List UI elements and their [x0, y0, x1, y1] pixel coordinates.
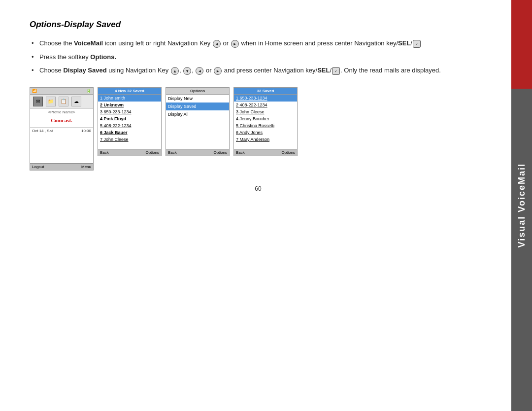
screen-3: Options Display New Display Saved Displa… — [166, 87, 230, 156]
screen3-list: Display New Display Saved Display All — [166, 95, 229, 118]
screen2-item-7: 7 John Cleese — [98, 136, 161, 143]
screen1-battery: 🔋 — [86, 89, 91, 93]
screen1-footer: Logout Menu — [30, 163, 93, 170]
bullet-item-3: Choose Display Saved using Navigation Ke… — [30, 66, 487, 75]
screen1-signal: 📶 — [32, 89, 37, 93]
screen1-footer-right: Menu — [81, 165, 91, 169]
screen2-footer-right: Options — [145, 150, 159, 155]
main-content: Options-Display Saved Choose the VoiceMa… — [0, 0, 511, 212]
nav-right-icon: ► — [231, 40, 239, 48]
screen3-footer-right: Options — [213, 150, 227, 155]
screen1-icons: ✉ 📁 📋 ☁ — [30, 95, 93, 109]
screen1-body: <Profile Name> Comcast. Oct 14 , Sat 10:… — [30, 109, 93, 163]
screen4-item-2: 2 408-222-1234 — [234, 102, 297, 108]
profile-name: <Profile Name> — [30, 109, 93, 115]
time-text: 10:00 — [81, 129, 91, 133]
page-title: Options-Display Saved — [30, 20, 487, 30]
screen1-footer-left: Logout — [32, 165, 44, 169]
screen4-header: 32 Saved — [234, 88, 297, 95]
sel2-text: SEL — [317, 67, 330, 74]
screen2-item-3: 3 650-233-1234 — [98, 108, 161, 115]
sidebar-accent — [511, 0, 532, 89]
screen2-item-2: 2 Unknown — [98, 102, 161, 108]
comcast-logo: Comcast. — [30, 115, 93, 125]
sel-text: SEL — [398, 39, 410, 47]
screen4-item-5: 5 Christina Rossetti — [234, 122, 297, 129]
screen4-footer-right: Options — [281, 150, 295, 155]
screen3-body: Display New Display Saved Display All — [166, 95, 229, 149]
screen2-list: 1 John smith 2 Unknown 3 650-233-1234 4 … — [98, 95, 161, 143]
bullet-item-1: Choose the VoiceMail icon using left or … — [30, 38, 487, 48]
screen1-header: 📶 🔋 — [30, 88, 93, 95]
screen2-item-1: 1 John smith — [98, 95, 161, 102]
screen-2: 4 New 32 Saved 1 John smith 2 Unknown 3 … — [98, 87, 162, 156]
screen4-body: 1 650-233-1234 2 408-222-1234 3 John Cle… — [234, 95, 297, 149]
nav-up-icon: ▲ — [171, 67, 179, 75]
bullet-item-2: Press the softkey Options. — [30, 52, 487, 62]
screen4-item-7: 7 Mary Anderson — [234, 136, 297, 143]
options-bold: Options. — [90, 53, 116, 61]
screen2-item-4: 4 Pink Floyd — [98, 115, 161, 122]
icon-doc: 📋 — [59, 97, 68, 106]
bullet-list: Choose the VoiceMail icon using left or … — [30, 38, 487, 75]
screen4-item-1: 1 650-233-1234 — [234, 95, 297, 102]
nav-left-icon: ◄ — [213, 40, 221, 48]
screen3-item-display-all: Display All — [166, 110, 229, 118]
screens-container: 📶 🔋 ✉ 📁 📋 ☁ <Profile Name> Comcast. Oct … — [30, 87, 487, 171]
sel2-icon: ✓ — [332, 67, 340, 75]
screen3-item-display-saved: Display Saved — [166, 103, 229, 110]
screen3-footer: Back Options — [166, 149, 229, 156]
nav-left2-icon: ◄ — [196, 67, 203, 75]
screen4-item-4: 4 Jenny Boucher — [234, 115, 297, 122]
screen4-footer-left: Back — [236, 150, 245, 155]
nav-down-icon: ▼ — [183, 67, 191, 75]
screen2-header: 4 New 32 Saved — [98, 88, 161, 95]
screen2-item-6: 6 Jack Bauer — [98, 129, 161, 136]
screen3-footer-left: Back — [168, 150, 177, 155]
icon-cloud: ☁ — [71, 97, 81, 106]
screen2-item-5: 5 408-222-1234 — [98, 122, 161, 129]
display-saved-bold: Display Saved — [63, 67, 106, 74]
bold-text: VoiceMail — [74, 39, 103, 47]
nav-right2-icon: ► — [214, 67, 222, 75]
screen3-header-text: Options — [190, 89, 205, 93]
icon-folder: 📁 — [46, 97, 56, 106]
page-number: 60 — [30, 185, 487, 192]
screen-1: 📶 🔋 ✉ 📁 📋 ☁ <Profile Name> Comcast. Oct … — [30, 87, 94, 171]
sidebar-label: Visual VoiceMail — [517, 163, 527, 247]
screen3-header: Options — [166, 88, 229, 95]
screen4-footer: Back Options — [234, 149, 297, 156]
screen2-footer-left: Back — [100, 150, 109, 155]
screen4-list: 1 650-233-1234 2 408-222-1234 3 John Cle… — [234, 95, 297, 143]
sel-icon: ✓ — [413, 40, 421, 48]
screen2-body: 1 John smith 2 Unknown 3 650-233-1234 4 … — [98, 95, 161, 149]
sidebar-tab: Visual VoiceMail — [511, 0, 532, 411]
screen3-item-display-new: Display New — [166, 95, 229, 103]
screen-4: 32 Saved 1 650-233-1234 2 408-222-1234 3… — [233, 87, 298, 156]
date-text: Oct 14 , Sat — [32, 129, 53, 133]
screen2-footer: Back Options — [98, 149, 161, 156]
icon-mail: ✉ — [33, 97, 43, 106]
screen4-item-3: 3 John Cleese — [234, 108, 297, 115]
date-row: Oct 14 , Sat 10:00 — [30, 127, 93, 134]
screen4-item-6: 6 Andy Jones — [234, 129, 297, 136]
